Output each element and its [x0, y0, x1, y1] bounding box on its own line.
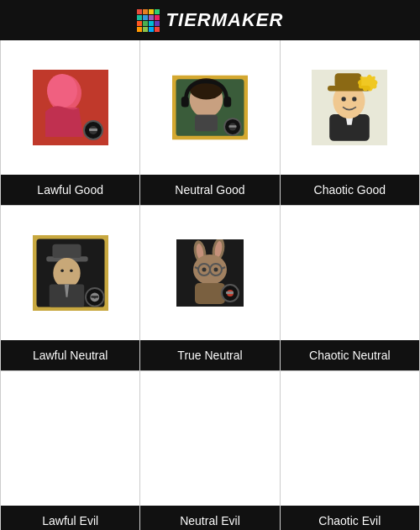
- cell-label-lawful-neutral: Lawful Neutral: [1, 340, 139, 370]
- svg-rect-6: [89, 129, 97, 131]
- image-lawful-neutral: [33, 235, 108, 311]
- svg-point-3: [47, 74, 77, 108]
- cell-label-neutral-evil: Neutral Evil: [140, 506, 279, 530]
- svg-point-50: [213, 268, 218, 272]
- svg-rect-16: [228, 125, 236, 128]
- logo-title: TiERMaKER: [166, 9, 284, 31]
- tier-grid: Lawful Good: [0, 40, 420, 530]
- svg-point-24: [352, 97, 356, 101]
- svg-rect-51: [195, 283, 225, 304]
- header: TiERMaKER: [0, 0, 420, 40]
- svg-rect-54: [226, 291, 234, 294]
- svg-rect-11: [181, 97, 189, 108]
- svg-point-32: [60, 270, 64, 273]
- cell-content-chaotic-evil: [281, 371, 419, 506]
- cell-label-lawful-good: Lawful Good: [1, 175, 139, 205]
- cell-content-true-neutral: [140, 206, 279, 340]
- cell-content-neutral-good: [140, 40, 279, 175]
- image-chaotic-good: [312, 70, 387, 145]
- cell-label-chaotic-evil: Chaotic Evil: [281, 506, 419, 530]
- logo-icon: [137, 9, 160, 32]
- cell-label-chaotic-good: Chaotic Good: [281, 175, 419, 205]
- svg-rect-13: [195, 115, 218, 132]
- cell-neutral-good: Neutral Good: [140, 40, 280, 206]
- svg-point-29: [53, 258, 80, 288]
- cell-true-neutral: True Neutral: [140, 206, 280, 371]
- logo-container: TiERMaKER: [137, 9, 284, 32]
- cell-chaotic-neutral: Chaotic Neutral: [281, 206, 420, 371]
- svg-rect-22: [335, 73, 362, 87]
- cell-label-neutral-good: Neutral Good: [140, 175, 279, 205]
- cell-lawful-evil: Lawful Evil: [1, 371, 140, 530]
- image-true-neutral: [176, 239, 244, 307]
- cell-lawful-good: Lawful Good: [1, 40, 140, 206]
- cell-label-true-neutral: True Neutral: [140, 340, 279, 370]
- cell-content-lawful-neutral: [1, 206, 139, 340]
- cell-chaotic-evil: Chaotic Evil: [281, 371, 420, 530]
- svg-rect-28: [52, 244, 81, 258]
- svg-rect-12: [223, 97, 231, 108]
- cell-content-chaotic-good: [281, 40, 419, 175]
- cell-chaotic-good: Chaotic Good: [281, 40, 420, 206]
- cell-content-neutral-evil: [140, 371, 279, 506]
- svg-point-23: [342, 97, 346, 101]
- cell-lawful-neutral: Lawful Neutral: [1, 206, 140, 371]
- image-lawful-good: [33, 70, 108, 145]
- cell-neutral-evil: Neutral Evil: [140, 371, 280, 530]
- cell-content-lawful-good: [1, 40, 139, 175]
- cell-label-chaotic-neutral: Chaotic Neutral: [281, 340, 419, 370]
- image-neutral-good: [172, 70, 248, 145]
- svg-rect-37: [91, 296, 98, 298]
- svg-point-33: [70, 270, 73, 273]
- cell-label-lawful-evil: Lawful Evil: [1, 506, 139, 530]
- cell-content-lawful-evil: [1, 371, 139, 506]
- cell-content-chaotic-neutral: [281, 206, 419, 340]
- svg-point-49: [202, 268, 206, 272]
